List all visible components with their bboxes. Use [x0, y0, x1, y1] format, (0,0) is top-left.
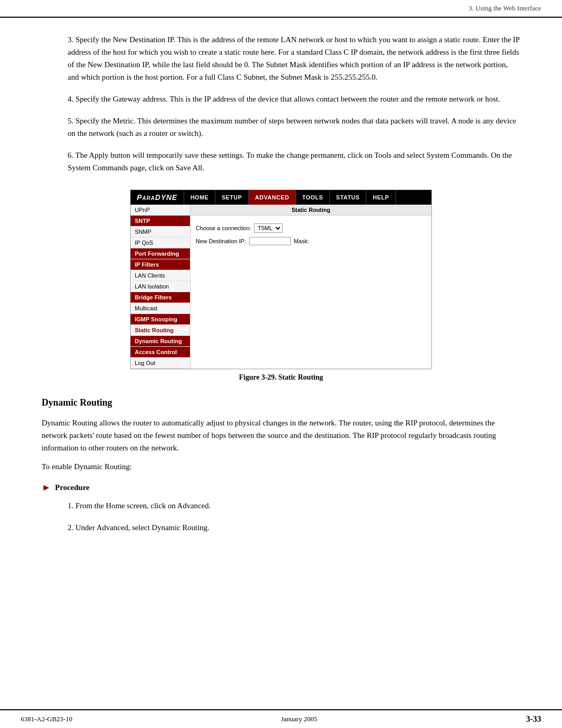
nav-advanced[interactable]: ADVANCED — [249, 190, 296, 205]
chapter-title: 3. Using the Web Interface — [469, 4, 541, 12]
section-paragraph-2: To enable Dynamic Routing: — [42, 460, 520, 473]
sidebar-dynamic-routing[interactable]: Dynamic Routing — [131, 336, 190, 347]
router-main-panel: Static Routing Choose a connection: T5ML… — [190, 205, 431, 369]
sidebar-multicast[interactable]: Multicast — [131, 303, 190, 314]
footer-center: January 2005 — [281, 715, 317, 723]
main-content: Specify the New Destination IP. This is … — [0, 18, 562, 559]
sidebar-static-routing[interactable]: Static Routing — [131, 325, 190, 336]
procedure-step-1: From the Home screen, click on Advanced. — [62, 499, 520, 512]
list-item-3: Specify the New Destination IP. This is … — [62, 33, 520, 83]
nav-status[interactable]: STATUS — [330, 190, 366, 205]
procedure-arrow-icon: ► — [42, 482, 51, 493]
dest-ip-input[interactable] — [249, 237, 291, 245]
router-logo: PARADYNE — [131, 190, 184, 205]
procedure-label: Procedure — [55, 483, 90, 492]
mask-label: Mask: — [294, 238, 309, 244]
dynamic-routing-section: Dynamic Routing Dynamic Routing allows t… — [42, 397, 520, 534]
numbered-list: Specify the New Destination IP. This is … — [62, 33, 520, 174]
sidebar-lan-clients[interactable]: LAN Clients — [131, 270, 190, 281]
sidebar-upnp[interactable]: UPnP — [131, 205, 190, 216]
sidebar-bridge-filters[interactable]: Bridge Filters — [131, 292, 190, 303]
router-ui: PARADYNE HOME SETUP ADVANCED TOOLS STATU… — [130, 190, 432, 369]
procedure-block: ► Procedure From the Home screen, click … — [42, 482, 520, 534]
page-footer: 6381-A2-GB23-10 January 2005 3-33 — [0, 709, 562, 728]
sidebar-ipqos[interactable]: IP QoS — [131, 237, 190, 248]
router-navbar: PARADYNE HOME SETUP ADVANCED TOOLS STATU… — [131, 190, 431, 205]
sidebar-lan-isolation[interactable]: LAN Isolation — [131, 281, 190, 292]
sidebar-ip-filters[interactable]: IP Filters — [131, 259, 190, 270]
sidebar-log-out[interactable]: Log Out — [131, 358, 190, 369]
connection-select[interactable]: T5ML — [254, 223, 283, 233]
sidebar-port-forwarding[interactable]: Port Forwarding — [131, 248, 190, 259]
sidebar-access-control[interactable]: Access Control — [131, 347, 190, 358]
sidebar-sntp[interactable]: SNTP — [131, 216, 190, 227]
screenshot-container: PARADYNE HOME SETUP ADVANCED TOOLS STATU… — [130, 190, 432, 382]
figure-caption: Figure 3-29. Static Routing — [130, 373, 432, 382]
nav-help[interactable]: HELP — [366, 190, 395, 205]
router-sidebar: UPnP SNTP SNMP IP QoS Port Forwarding IP… — [131, 205, 190, 369]
sidebar-snmp[interactable]: SNMP — [131, 227, 190, 237]
nav-home[interactable]: HOME — [184, 190, 215, 205]
list-item-6: The Apply button will temporarily save t… — [62, 149, 520, 174]
nav-tools[interactable]: TOOLS — [296, 190, 330, 205]
connection-label: Choose a connection: — [196, 225, 251, 231]
dest-ip-label: New Destination IP: — [196, 238, 246, 244]
router-main-content: Choose a connection: T5ML New Destinatio… — [190, 216, 431, 257]
procedure-list: From the Home screen, click on Advanced.… — [62, 499, 520, 534]
sidebar-igmp-snooping[interactable]: IGMP Snooping — [131, 314, 190, 325]
page-number: 3-33 — [526, 714, 541, 724]
nav-setup[interactable]: SETUP — [215, 190, 249, 205]
page-header: 3. Using the Web Interface — [0, 0, 562, 18]
procedure-step-2: Under Advanced, select Dynamic Routing. — [62, 521, 520, 534]
router-nav-items: HOME SETUP ADVANCED TOOLS STATUS HELP — [184, 190, 396, 205]
list-item-4: Specify the Gateway address. This is the… — [62, 93, 520, 105]
procedure-header: ► Procedure — [42, 482, 520, 493]
dest-ip-row: New Destination IP: Mask: — [196, 237, 426, 245]
router-body: UPnP SNTP SNMP IP QoS Port Forwarding IP… — [131, 205, 431, 369]
list-item-5: Specify the Metric. This determines the … — [62, 115, 520, 140]
section-paragraph-1: Dynamic Routing allows the router to aut… — [42, 417, 520, 454]
router-main-title: Static Routing — [190, 205, 431, 216]
section-heading: Dynamic Routing — [42, 397, 520, 408]
connection-row: Choose a connection: T5ML — [196, 223, 426, 233]
footer-left: 6381-A2-GB23-10 — [21, 715, 72, 723]
